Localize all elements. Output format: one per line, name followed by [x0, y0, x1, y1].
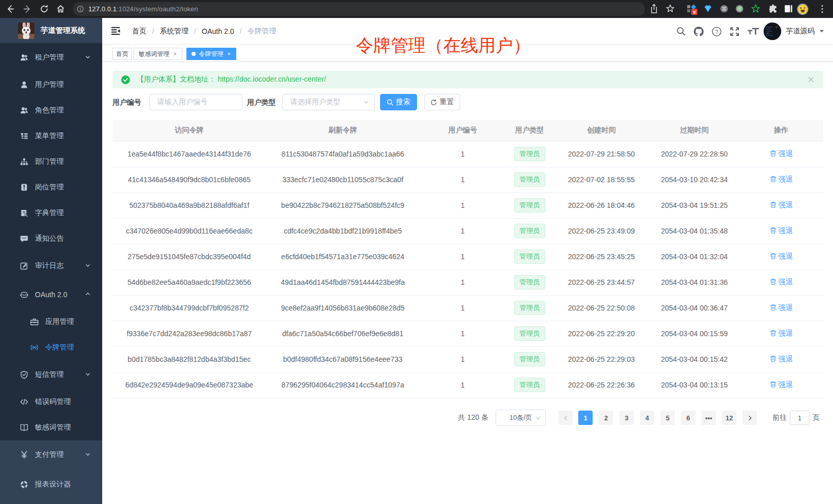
svg-text:⌘: ⌘	[722, 6, 727, 12]
svg-text:9: 9	[693, 10, 695, 15]
svg-text:?: ?	[715, 28, 718, 34]
